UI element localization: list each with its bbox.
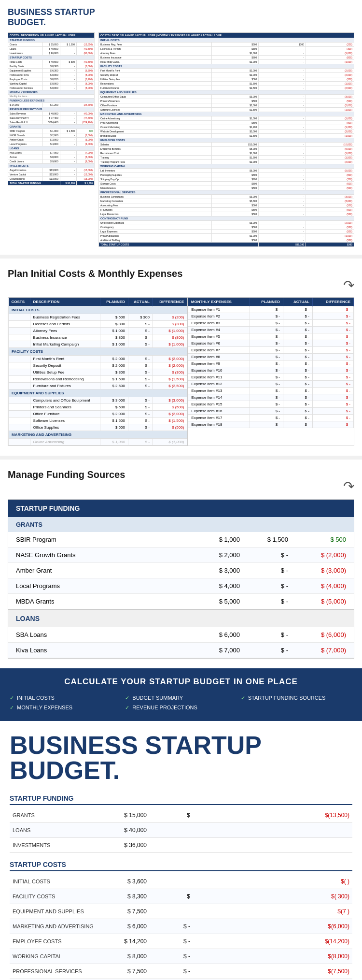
monthly-item-13: Expense item #13 $ - $ - $ - [188,387,354,394]
mini-row: Legal Expenses$500-(500) [99,229,354,233]
col-monthly-planned: PLANNED [250,298,283,306]
check-icon-5: ✓ [241,695,245,701]
costs-overview-row-1: INITIAL COSTS $ 3,600 $( ) [10,874,352,889]
mini-row: Content Marketing$1,200-(1,200) [99,125,354,129]
monthly-item-18: Expense item #18 $ - $ - $ - [188,421,354,428]
mini-row: Website Development$3,000-(3,000) [99,129,354,133]
mini-row: Grants$ 15,050$ 1,500(13,550) [8,42,95,46]
mini-row: Packaging Supplies$800-(800) [99,173,354,177]
mini-row: Business Insurance$800-(800) [99,55,354,59]
costs-overview-row-2: FACILITY COSTS $ 8,300 $ $( 300) [10,889,352,904]
mini-row: Employee Benefits$6,000-(6,000) [99,146,354,151]
mini-row: Printers/Scanners$500-(500) [99,99,354,103]
funding-overview-row-3: INVESTMENTS $ 36,000 [10,838,352,853]
monthly-item-3: Expense item #3 $ - $ - $ - [188,319,354,326]
monthly-item-5: Expense item #5 $ - $ - $ - [188,333,354,340]
cost-item-3: Attorney Fees $ 1,000 $ - $ (1,000) [9,327,187,334]
mini-row: Miscellaneous$500-(500) [99,186,354,190]
monthly-item-8: Expense item #8 $ - $ - $ - [188,353,354,360]
mini-row: Amber Grant$ 3,000-(3,000) [8,137,95,142]
mini-row: Print Advertising$800-(800) [99,120,354,125]
mini-row: Employee Costs$ 8,200-(8,200) [8,77,95,81]
equip-item-1: Computers and Office Equipment $ 3,000 $… [9,397,187,404]
costs-overview-row-6: WORKING CAPITAL $ 8,000 $ - $(8,000) [10,949,352,964]
mini-row: Print/Publications$1,000-(1,000) [99,233,354,238]
split-wrapper: COSTS DESCRIPTION PLANNED ACTUAL DIFFERE… [8,298,354,446]
mini-row: Business Consultants$3,000-(3,000) [99,194,354,199]
mini-right-employee: EMPLOYEE COSTS [99,138,354,142]
mini-section-startup-funding: STARTUP FUNDING [8,38,95,42]
section-main: BUSINESS STARTUP BUDGET. STARTUP FUNDING… [0,721,362,980]
costs-overview-row-7: PROFESSIONAL SERVICES $ 7,500 $ - $(7,50… [10,964,352,979]
grant-row-1: SBIR Program $ 1,000 $ 1,500 $ 500 [8,532,354,548]
section-main-inner: BUSINESS STARTUP BUDGET. STARTUP FUNDING… [10,733,352,980]
funding-overview-row-1: GRANTS $ 15,000 $ $(13,500) [10,808,352,823]
mini-right-col-header: COSTS / DESC / PLANNED / ACTUAL / DIFF |… [99,32,354,38]
monthly-item-9: Expense item #9 $ - $ - $ - [188,360,354,367]
grant-row-5: MBDA Grants $ 5,000 $ - $ (5,000) [8,593,354,609]
col-actual: ACTUAL [128,298,153,306]
monthly-item-12: Expense item #12 $ - $ - $ - [188,380,354,387]
mini-col-header: COSTS / DESCRIPTION / PLANNED / ACTUAL /… [8,32,95,38]
col-costs: COSTS [9,298,30,306]
split-left-costs: COSTS DESCRIPTION PLANNED ACTUAL DIFFERE… [8,298,188,446]
check-icon-4: ✓ [125,705,129,710]
col-monthly-actual: ACTUAL [283,298,312,306]
mini-row: Sales Revenue$ 40,000-(40,000) [8,111,95,115]
mini-row: Lab Inventory$5,000-(5,000) [99,168,354,173]
mini-spreadsheet: COSTS / DESCRIPTION / PLANNED / ACTUAL /… [8,32,354,247]
monthly-item-1: Expense item #1 $ - $ - $ - [188,306,354,313]
mini-row: Office Furniture$2,000-(2,000) [99,103,354,107]
mini-row: Kiva Loans$ 7,000-(7,000) [8,150,95,155]
grant-row-2: NASE Growth Grants $ 2,000 $ - $ (2,000) [8,547,354,562]
mini-section-loans: LOANS [8,146,95,150]
section-banner: CALCULATE YOUR STARTUP BUDGET IN ONE PLA… [0,668,362,721]
mini-row: Initial Mktg Camp.$1,000-(1,000) [99,59,354,64]
feature-budget-summary: ✓BUDGET SUMMARY ✓REVENUE PROJECTIONS [125,693,237,713]
mini-left-panel: COSTS / DESCRIPTION / PLANNED / ACTUAL /… [8,32,95,247]
mini-right-marketing: MARKETING AND ADVERTISING [99,112,354,116]
equip-item-3: Office Furniture $ 2,000 $ - $ (2,000) [9,410,187,417]
main-title-line2: BUDGET. [10,758,352,783]
mini-row: IT Services$500-(500) [99,207,354,212]
mini-row: Renovations$1,500-(1,500) [99,81,354,86]
mini-section-grants: GRANTS [8,124,95,129]
mini-row: Contingency$500-(500) [99,225,354,229]
banner-features: ✓INITIAL COSTS ✓MONTHLY EXPENSES ✓BUDGET… [10,693,352,713]
mini-right-facility: FACILITY COSTS [99,64,354,68]
divider1 [0,255,362,259]
mini-row: Local Programs$ 4,000-(4,000) [8,142,95,146]
arrow-curve: ↷ [8,277,354,293]
mini-row: Professional Services$ 8,000-(8,000) [8,86,95,90]
mini-row: Sales Rev Full Yr$224,400-(224,400) [8,120,95,124]
cost-item-2: Licenses and Permits $ 300 $ - $ (300) [9,320,187,327]
mini-section-investments: INVESTMENTS [8,163,95,168]
mini-right-table: COSTS / DESC / PLANNED / ACTUAL / DIFF |… [98,32,354,247]
mini-row: Initial Costs$ 40,600$ 300(40,300) [8,59,95,64]
app-title-line1: BUSINESS STARTUP [8,8,354,17]
costs-overview-row-5: EMPLOYEE COSTS $ 14,200 $ - $(14,200) [10,934,352,949]
col-diff: DIFFERENCE [153,298,187,306]
monthly-item-10: Expense item #10 $ - $ - $ - [188,367,354,374]
cost-item-4: Business Insurance $ 800 $ - $ (800) [9,334,187,341]
facility-item-1: First Month's Rent $ 2,000 $ - $ (2,000) [9,355,187,362]
main-big-title: BUSINESS STARTUP BUDGET. [10,733,352,783]
startup-funding-overview-table: GRANTS $ 15,000 $ $(13,500) LOANS $ 40,0… [10,808,352,853]
check-icon-2: ✓ [10,705,14,710]
mini-right-total: TOTAL STARTUP COSTS$60,100$300 [99,242,354,246]
facility-item-5: Furniture and Fixtures $ 2,500 $ - $ (2,… [9,382,187,389]
facility-costs-header: FACILITY COSTS [9,347,187,355]
mini-row: Facility Costs$ 8,300-(8,300) [8,64,95,68]
mini-row: Accounting Fees$500-(500) [99,203,354,207]
mini-total-row: TOTAL STARTUP FUNDING$ 91,000$ 1,500 [8,181,95,185]
funding-overview-row-2: LOANS $ 40,000 [10,823,352,838]
mini-row: Additional Staffing$500-(500) [99,238,354,242]
mini-row: Investments$ 96,000-(96,000) [8,51,95,55]
mini-row: Loans$ 40,500-(40,500) [8,46,95,51]
banner-title: CALCULATE YOUR STARTUP BUDGET IN ONE PLA… [10,677,352,687]
facility-item-3: Utilities Setup Fee $ 300 $ - $ (300) [9,369,187,375]
facility-item-2: Security Deposit $ 2,000 $ - $ (2,000) [9,362,187,369]
initial-costs-header: INITIAL COSTS [9,306,187,314]
monthly-item-16: Expense item #16 $ - $ - $ - [188,407,354,414]
equip-item-4: Software Licenses $ 1,500 $ - $ (1,500) [9,417,187,424]
